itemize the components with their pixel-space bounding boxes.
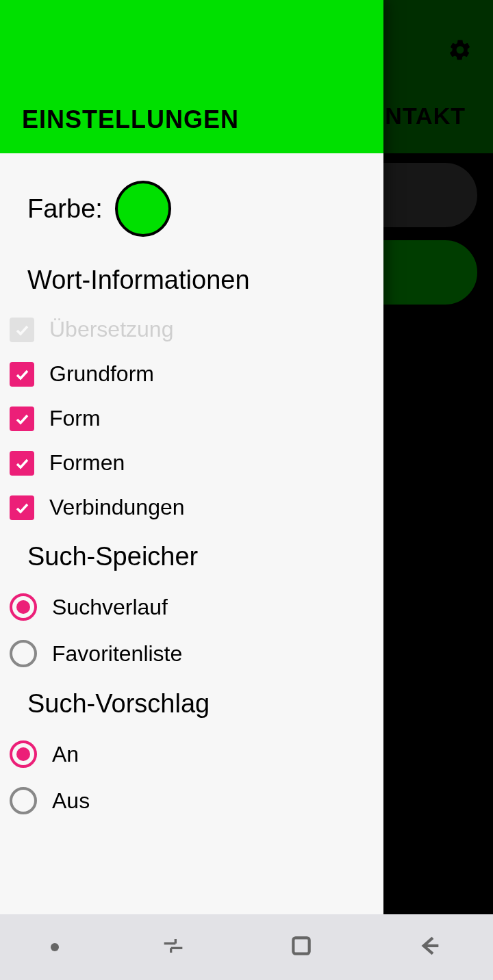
checkbox-icon — [10, 318, 34, 342]
radio-label: An — [52, 742, 79, 767]
svg-rect-0 — [293, 938, 309, 953]
section-search-storage-title: Such-Speicher — [10, 530, 383, 584]
radio-label: Suchverlauf — [52, 595, 168, 620]
color-label: Farbe: — [27, 194, 103, 224]
recents-icon[interactable] — [160, 932, 187, 962]
checkbox-formen[interactable]: Formen — [10, 441, 383, 485]
section-word-info-title: Wort-Informationen — [10, 253, 383, 307]
checkbox-icon — [10, 407, 34, 431]
checkbox-label: Form — [49, 406, 101, 431]
checkbox-label: Verbindungen — [49, 495, 185, 520]
checkbox-label: Formen — [49, 450, 125, 476]
radio-icon — [10, 787, 37, 814]
drawer-title: EINSTELLUNGEN — [22, 105, 239, 134]
radio-icon — [10, 593, 37, 621]
checkbox-verbindungen[interactable]: Verbindungen — [10, 485, 383, 530]
radio-icon — [10, 740, 37, 768]
drawer-header: EINSTELLUNGEN — [0, 0, 383, 153]
back-icon[interactable] — [416, 932, 443, 962]
checkbox-uebersetzung: Übersetzung — [10, 307, 383, 352]
checkbox-label: Übersetzung — [49, 317, 173, 342]
radio-label: Aus — [52, 788, 90, 814]
checkbox-icon — [10, 362, 34, 387]
radio-label: Favoritenliste — [52, 641, 182, 667]
system-navbar — [0, 914, 493, 980]
checkbox-icon — [10, 495, 34, 520]
radio-icon — [10, 640, 37, 667]
radio-aus[interactable]: Aus — [10, 777, 383, 824]
section-search-suggest-title: Such-Vorschlag — [10, 677, 383, 731]
radio-suchverlauf[interactable]: Suchverlauf — [10, 584, 383, 630]
color-swatch[interactable] — [115, 181, 171, 237]
radio-favoritenliste[interactable]: Favoritenliste — [10, 630, 383, 677]
checkbox-grundform[interactable]: Grundform — [10, 352, 383, 396]
color-row: Farbe: — [10, 167, 383, 253]
drawer-body: Farbe: Wort-Informationen Übersetzung Gr… — [0, 153, 383, 824]
checkbox-icon — [10, 451, 34, 476]
checkbox-label: Grundform — [49, 361, 154, 387]
nav-dot-icon[interactable] — [51, 943, 59, 951]
settings-drawer: EINSTELLUNGEN Farbe: Wort-Informationen … — [0, 0, 383, 914]
checkbox-form[interactable]: Form — [10, 396, 383, 441]
radio-an[interactable]: An — [10, 731, 383, 777]
home-icon[interactable] — [288, 932, 315, 962]
